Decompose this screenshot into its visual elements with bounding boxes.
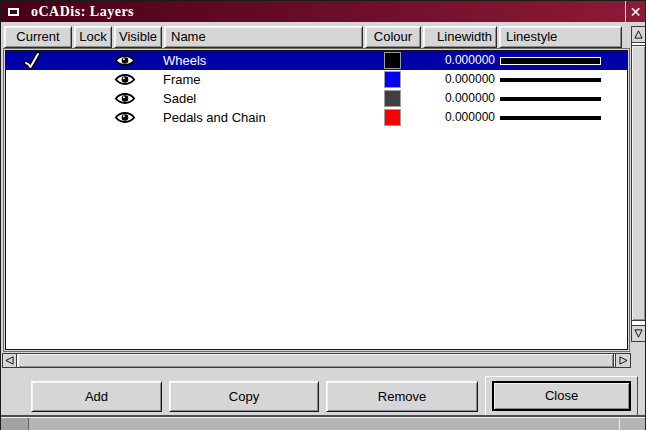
linewidth-value: 0.000000 xyxy=(398,70,495,89)
copy-button[interactable]: Copy xyxy=(169,381,319,412)
resize-corner-left[interactable] xyxy=(1,418,29,430)
arrow-right-icon xyxy=(619,356,628,365)
column-header-linestyle[interactable]: Linestyle xyxy=(499,26,622,48)
scroll-down-button[interactable] xyxy=(632,325,645,341)
default-button-frame: Close xyxy=(485,376,638,416)
current-check-icon[interactable] xyxy=(24,52,48,71)
titlebar[interactable]: oCADis: Layers ✕ xyxy=(1,1,645,22)
arrow-down-icon xyxy=(634,329,643,338)
layer-list-viewport: Wheels 0.000000 Frame 0.000000 xyxy=(5,50,628,350)
column-header-lock[interactable]: Lock xyxy=(74,26,112,48)
column-header-colour[interactable]: Colour xyxy=(365,26,421,48)
close-button[interactable]: Close xyxy=(492,381,631,411)
column-header-name[interactable]: Name xyxy=(164,26,363,48)
linewidth-value: 0.000000 xyxy=(398,108,495,127)
arrow-left-icon xyxy=(5,356,14,365)
visible-eye-icon[interactable] xyxy=(114,111,140,130)
layer-row-sadel[interactable]: Sadel 0.000000 xyxy=(6,89,627,108)
layer-row-pedals-and-chain[interactable]: Pedals and Chain 0.000000 xyxy=(6,108,627,127)
window-menu-button[interactable] xyxy=(4,3,22,20)
window-title: oCADis: Layers xyxy=(31,1,134,22)
window-resize-handle[interactable] xyxy=(1,417,646,430)
layer-name: Sadel xyxy=(163,89,363,108)
add-button[interactable]: Add xyxy=(31,381,162,412)
resize-corner-right[interactable] xyxy=(619,418,620,430)
layer-row-wheels[interactable]: Wheels 0.000000 xyxy=(6,51,627,70)
horizontal-scrollbar[interactable] xyxy=(2,353,631,368)
layer-name: Wheels xyxy=(163,51,363,70)
close-icon: ✕ xyxy=(630,4,642,20)
layer-name: Pedals and Chain xyxy=(163,108,363,127)
column-header-visible[interactable]: Visible xyxy=(114,26,162,48)
linestyle-preview xyxy=(500,70,602,89)
linestyle-preview xyxy=(500,108,602,127)
layer-list: Wheels 0.000000 Frame 0.000000 xyxy=(3,48,630,352)
horizontal-scrollbar-thumb[interactable] xyxy=(18,354,614,367)
arrow-up-icon xyxy=(634,30,643,39)
vertical-scrollbar[interactable] xyxy=(631,26,646,342)
vertical-scrollbar-thumb[interactable] xyxy=(632,45,645,321)
remove-button[interactable]: Remove xyxy=(326,381,478,412)
linestyle-preview xyxy=(500,89,602,108)
scroll-up-button[interactable] xyxy=(632,27,645,43)
linewidth-value: 0.000000 xyxy=(398,89,495,108)
linestyle-preview xyxy=(500,51,602,70)
layer-row-frame[interactable]: Frame 0.000000 xyxy=(6,70,627,89)
window-menu-icon xyxy=(8,8,19,16)
linewidth-value: 0.000000 xyxy=(398,51,495,70)
scroll-left-button[interactable] xyxy=(3,354,17,367)
scroll-right-button[interactable] xyxy=(615,354,630,367)
layer-name: Frame xyxy=(163,70,363,89)
column-header-linewidth[interactable]: Linewidth xyxy=(423,26,497,48)
layers-dialog-window: oCADis: Layers ✕ Current Lock Visible Na… xyxy=(0,0,646,430)
window-close-button[interactable]: ✕ xyxy=(625,1,645,22)
column-header-current[interactable]: Current xyxy=(4,26,72,48)
